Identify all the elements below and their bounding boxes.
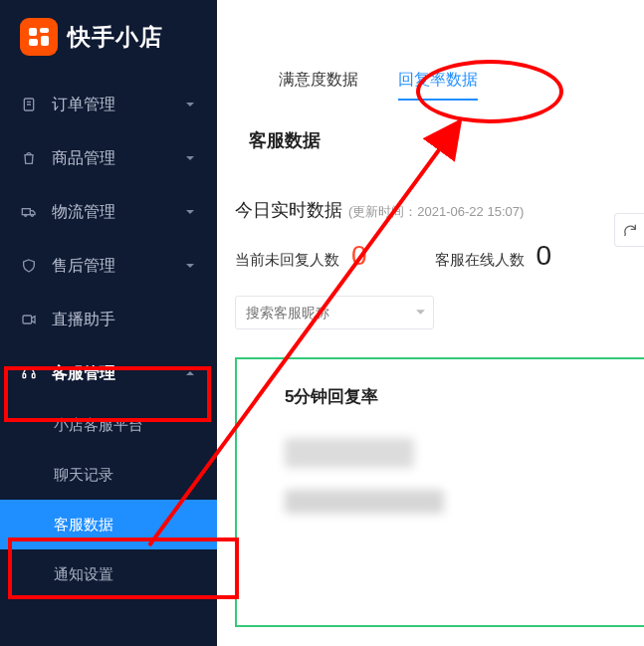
truck-icon	[20, 203, 38, 221]
sidebar: 快手小店 订单管理 商品管理 物流管理 售后管理	[0, 0, 217, 646]
bag-icon	[20, 149, 38, 167]
stat-value: 0	[537, 240, 552, 272]
chevron-down-icon	[183, 205, 197, 219]
realtime-title: 今日实时数据	[235, 198, 342, 222]
sidebar-sub-label: 聊天记录	[54, 466, 113, 485]
sidebar-item-live[interactable]: 直播助手	[0, 293, 217, 346]
tab-satisfaction[interactable]: 满意度数据	[279, 70, 358, 101]
panel-title: 5分钟回复率	[285, 385, 644, 408]
redacted-block	[285, 490, 444, 514]
chevron-up-icon	[183, 366, 197, 380]
stat-unreplied: 当前未回复人数 0	[235, 240, 367, 272]
sidebar-item-orders[interactable]: 订单管理	[0, 78, 217, 131]
sidebar-sub-label: 小店客服平台	[54, 416, 143, 435]
tab-label: 满意度数据	[279, 71, 358, 88]
sidebar-item-label: 商品管理	[52, 148, 115, 169]
stat-label: 客服在线人数	[435, 251, 525, 270]
main-content: 满意度数据 回复率数据 客服数据 今日实时数据 (更新时间：2021-06-22…	[217, 0, 644, 646]
brand-name: 快手小店	[68, 22, 163, 53]
sidebar-item-service[interactable]: 客服管理	[0, 346, 217, 400]
refresh-button[interactable]	[614, 213, 644, 247]
search-row	[217, 296, 644, 329]
sidebar-subnav: 小店客服平台 聊天记录 客服数据 通知设置	[0, 400, 217, 599]
sidebar-sub-label: 客服数据	[54, 516, 113, 535]
sidebar-item-label: 物流管理	[52, 202, 115, 223]
sidebar-item-label: 售后管理	[52, 256, 115, 277]
sidebar-sub-chatlog[interactable]: 聊天记录	[0, 450, 217, 500]
sidebar-item-label: 直播助手	[52, 310, 115, 330]
sidebar-sub-platform[interactable]: 小店客服平台	[0, 400, 217, 450]
realtime-heading: 今日实时数据 (更新时间：2021-06-22 15:07)	[217, 198, 644, 222]
svg-rect-0	[29, 28, 37, 36]
realtime-timestamp: (更新时间：2021-06-22 15:07)	[348, 203, 524, 221]
svg-rect-3	[41, 36, 49, 46]
stat-label: 当前未回复人数	[235, 251, 339, 270]
headset-icon	[20, 364, 38, 382]
tab-reply-rate[interactable]: 回复率数据	[398, 70, 478, 101]
tabs: 满意度数据 回复率数据	[217, 70, 644, 101]
sidebar-item-logistics[interactable]: 物流管理	[0, 185, 217, 239]
chevron-down-icon	[183, 259, 197, 273]
shield-icon	[20, 257, 38, 275]
search-input[interactable]	[235, 296, 434, 329]
stat-value: 0	[351, 240, 367, 272]
brand: 快手小店	[0, 0, 217, 78]
stats-row: 当前未回复人数 0 客服在线人数 0	[217, 240, 644, 272]
tab-label: 回复率数据	[398, 71, 478, 88]
sidebar-nav: 订单管理 商品管理 物流管理 售后管理 直播助手	[0, 78, 217, 400]
sidebar-item-label: 订单管理	[52, 95, 115, 115]
sidebar-sub-label: 通知设置	[54, 565, 113, 584]
svg-rect-9	[23, 374, 26, 378]
video-icon	[20, 311, 38, 328]
clipboard-icon	[20, 96, 38, 113]
svg-rect-2	[29, 39, 38, 46]
refresh-icon	[622, 222, 638, 238]
chevron-down-icon	[183, 151, 197, 165]
section-title: 客服数据	[217, 128, 644, 152]
svg-rect-5	[22, 209, 30, 215]
stat-online: 客服在线人数 0	[435, 240, 552, 272]
svg-rect-8	[23, 316, 32, 323]
sidebar-item-aftersale[interactable]: 售后管理	[0, 239, 217, 293]
sidebar-sub-notifications[interactable]: 通知设置	[0, 549, 217, 599]
sidebar-item-goods[interactable]: 商品管理	[0, 131, 217, 185]
brand-logo-icon	[20, 18, 58, 56]
sidebar-sub-service-data[interactable]: 客服数据	[0, 500, 217, 549]
chevron-down-icon	[183, 98, 197, 111]
svg-rect-1	[40, 28, 49, 33]
reply-rate-panel: 5分钟回复率	[235, 357, 644, 627]
sidebar-item-label: 客服管理	[52, 363, 115, 384]
svg-rect-10	[32, 374, 35, 378]
redacted-block	[285, 438, 414, 468]
